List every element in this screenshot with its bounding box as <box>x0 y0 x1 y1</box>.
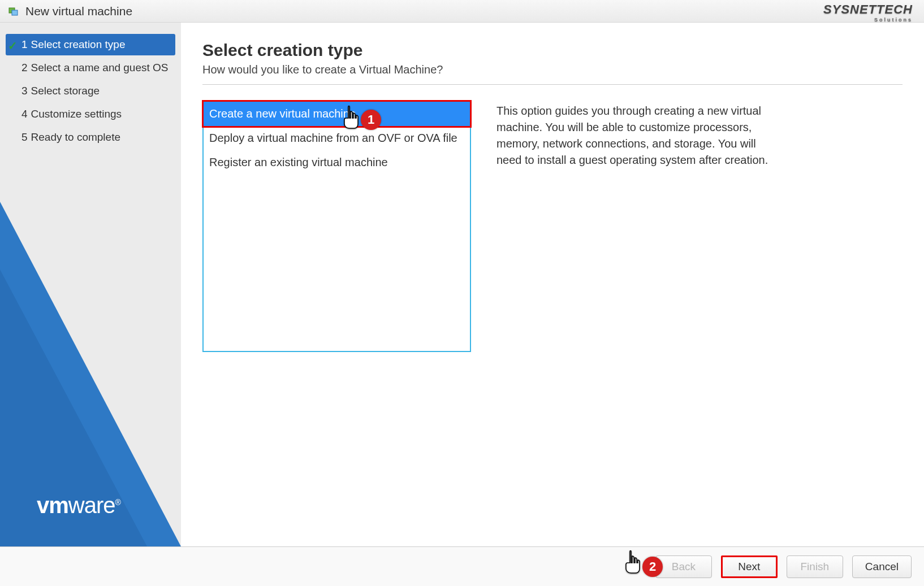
step-label: Select creation type <box>31 38 126 51</box>
option-label: Deploy a virtual machine from an OVF or … <box>209 132 457 144</box>
page-heading: Select creation type <box>202 41 903 60</box>
divider <box>202 84 903 85</box>
cancel-button[interactable]: Cancel <box>852 555 912 578</box>
step-label: Select storage <box>31 85 100 97</box>
vmware-logo: vmware® <box>37 493 120 518</box>
wizard-footer: Back Next Finish Cancel <box>0 546 924 586</box>
page-subtitle: How would you like to create a Virtual M… <box>202 63 903 76</box>
step-customize-settings[interactable]: 4 Customize settings <box>6 103 175 125</box>
watermark-line2: Solutions <box>823 17 913 23</box>
step-label: Select a name and guest OS <box>31 62 169 74</box>
step-number: 1 <box>21 38 28 51</box>
step-select-name-guest-os[interactable]: 2 Select a name and guest OS <box>6 57 175 79</box>
option-deploy-ovf-ova[interactable]: Deploy a virtual machine from an OVF or … <box>204 126 470 150</box>
main-panel: Select creation type How would you like … <box>181 23 924 546</box>
selection-row: Create a new virtual machine Deploy a vi… <box>202 101 903 352</box>
next-button[interactable]: Next <box>721 555 778 578</box>
check-icon: ✓ <box>8 39 18 53</box>
step-ready-to-complete[interactable]: 5 Ready to complete <box>6 127 175 148</box>
wizard-steps: ✓ 1 Select creation type 2 Select a name… <box>0 34 181 148</box>
step-number: 4 <box>21 108 28 120</box>
option-register-existing-vm[interactable]: Register an existing virtual machine <box>204 150 470 175</box>
option-label: Register an existing virtual machine <box>209 156 388 168</box>
option-create-new-vm[interactable]: Create a new virtual machine <box>202 100 472 128</box>
option-label: Create a new virtual machine <box>209 107 356 120</box>
step-label: Ready to complete <box>31 131 120 144</box>
step-number: 5 <box>21 131 28 144</box>
watermark: SYSNETTECH Solutions <box>823 2 913 23</box>
wizard-sidebar: ✓ 1 Select creation type 2 Select a name… <box>0 23 181 546</box>
watermark-line1: SYSNETTECH <box>823 2 913 16</box>
step-number: 3 <box>21 85 28 97</box>
creation-type-listbox[interactable]: Create a new virtual machine Deploy a vi… <box>202 101 471 352</box>
window-title: New virtual machine <box>25 5 132 18</box>
content-area: ✓ 1 Select creation type 2 Select a name… <box>0 23 924 546</box>
vm-icon <box>8 6 20 17</box>
step-select-storage[interactable]: 3 Select storage <box>6 80 175 102</box>
finish-button[interactable]: Finish <box>787 555 843 578</box>
title-bar: New virtual machine SYSNETTECH Solutions <box>0 0 924 23</box>
step-select-creation-type[interactable]: ✓ 1 Select creation type <box>6 34 175 55</box>
svg-rect-1 <box>12 10 18 15</box>
step-label: Customize settings <box>31 108 122 120</box>
option-description: This option guides you through creating … <box>496 101 776 352</box>
step-number: 2 <box>21 62 28 74</box>
back-button[interactable]: Back <box>655 555 712 578</box>
